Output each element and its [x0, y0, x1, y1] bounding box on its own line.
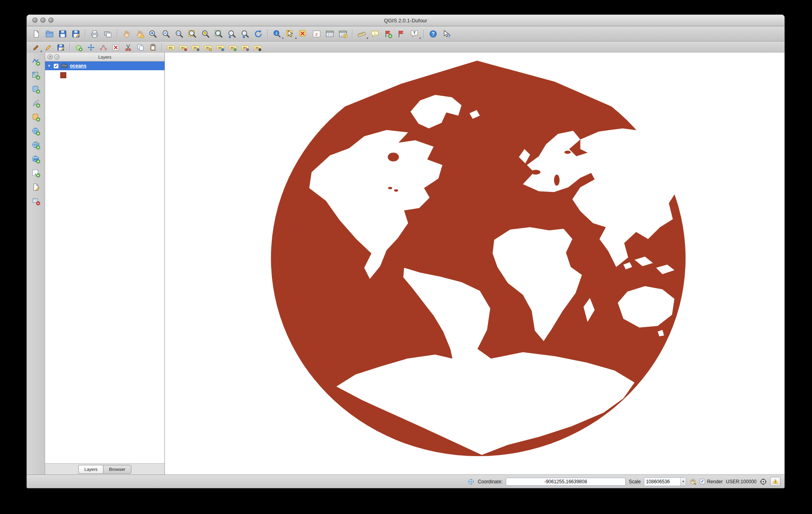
node-tool-button[interactable]	[98, 43, 109, 53]
scale-input[interactable]	[644, 478, 680, 486]
dropdown-arrow-icon[interactable]: ▾	[295, 37, 297, 40]
titlebar[interactable]: QGIS 2.0.1-Dufour	[27, 15, 784, 26]
zoom-to-selection-button[interactable]	[200, 28, 212, 40]
text-annotation-icon: T	[410, 30, 419, 38]
label-layer-button[interactable]: abc	[165, 43, 176, 53]
zoom-in-button[interactable]	[147, 28, 159, 40]
coordinate-input[interactable]	[506, 478, 626, 486]
render-checkbox[interactable]: ✓	[700, 479, 705, 484]
panel-close-button[interactable]: ×	[48, 54, 53, 59]
render-toggle[interactable]: ✓ Render	[700, 479, 723, 484]
whats-this-button[interactable]: ?	[440, 28, 452, 40]
zoom-out-button[interactable]	[160, 28, 172, 40]
zoom-window-button[interactable]	[48, 18, 53, 23]
add-vector-layer-button[interactable]	[30, 56, 42, 67]
message-log-button[interactable]	[770, 477, 780, 486]
save-project-button[interactable]	[57, 28, 69, 40]
new-shapefile-layer-button[interactable]	[30, 182, 42, 193]
pan-to-selection-button[interactable]	[134, 28, 146, 40]
svg-text:abc: abc	[243, 46, 247, 49]
add-spatialite-layer-button[interactable]	[30, 98, 42, 109]
show-bookmarks-button[interactable]	[395, 28, 407, 40]
add-wfs-layer-button[interactable]	[30, 154, 42, 165]
pan-map-button[interactable]	[121, 28, 133, 40]
current-edits-button[interactable]: ▾	[30, 43, 42, 53]
label-properties-button[interactable]: abc	[252, 43, 263, 53]
panel-detach-button[interactable]: ◦	[54, 54, 59, 59]
new-print-composer-button[interactable]	[89, 28, 101, 40]
map-tips-button[interactable]: i	[369, 28, 381, 40]
crs-status-label[interactable]: USER:100000	[726, 479, 757, 484]
label-highlight-pinned-button[interactable]: abc	[202, 43, 214, 53]
open-project-button[interactable]	[44, 28, 55, 40]
refresh-map-button[interactable]	[252, 28, 264, 40]
toggle-editing-button[interactable]	[43, 43, 54, 53]
disclosure-triangle-icon[interactable]: ▼	[47, 64, 51, 68]
move-feature-button[interactable]	[85, 43, 97, 53]
dropdown-arrow-icon[interactable]: ▾	[40, 50, 42, 53]
label-rotate-button[interactable]: abc	[240, 43, 251, 53]
select-features-button[interactable]: ▾	[284, 28, 296, 40]
dropdown-arrow-icon[interactable]: ▾	[282, 37, 283, 40]
label-show-hide-button[interactable]: abc	[215, 43, 226, 53]
identify-features-button[interactable]: i▾	[271, 28, 283, 40]
close-window-button[interactable]	[32, 18, 38, 23]
save-layer-edits-button[interactable]	[55, 43, 66, 53]
paste-features-icon	[149, 43, 157, 51]
field-calculator-button[interactable]: Σ	[337, 28, 349, 40]
tab-layers[interactable]: Layers	[78, 465, 103, 474]
add-delimited-text-layer-button[interactable]: ,	[30, 168, 42, 179]
add-wcs-layer-button[interactable]	[30, 140, 42, 151]
dropdown-arrow-icon[interactable]: ▾	[366, 37, 368, 40]
svg-text:i: i	[374, 31, 375, 35]
new-bookmark-button[interactable]	[382, 28, 394, 40]
add-mssql-layer-button[interactable]	[30, 112, 42, 123]
help-contents-button[interactable]: ?	[427, 28, 439, 40]
add-wms-layer-button[interactable]	[30, 126, 42, 137]
scale-dropdown-arrow-icon[interactable]: ▼	[680, 478, 686, 486]
composer-manager-button[interactable]	[102, 28, 114, 40]
zoom-native-button[interactable]: 1:1	[173, 28, 185, 40]
add-feature-button[interactable]	[73, 43, 84, 53]
deselect-features-button[interactable]	[297, 28, 309, 40]
zoom-next-button[interactable]	[239, 28, 251, 40]
remove-layer-button[interactable]	[30, 196, 42, 207]
add-raster-layer-button[interactable]	[30, 70, 42, 81]
cut-features-button[interactable]	[123, 43, 134, 53]
layer-visibility-checkbox[interactable]: ✓	[53, 63, 59, 69]
add-postgis-layer-button[interactable]	[30, 84, 42, 95]
layer-type-icon	[61, 63, 67, 69]
scale-combobox[interactable]: ▼	[644, 477, 686, 486]
label-pin-button[interactable]: abc	[190, 43, 201, 53]
text-annotation-button[interactable]: T▾	[408, 28, 420, 40]
zoom-last-button[interactable]	[226, 28, 238, 40]
select-features-icon	[286, 30, 295, 38]
stop-rendering-icon[interactable]	[689, 478, 697, 485]
zoom-to-layer-button[interactable]	[213, 28, 225, 40]
coordinate-capture-icon[interactable]	[467, 478, 475, 485]
desktop-background: QGIS 2.0.1-Dufour 1:1i▾▾εΣ▾iT▾?? ▾abcabc…	[0, 0, 812, 514]
measure-button[interactable]: ▾	[356, 28, 368, 40]
crs-status-icon[interactable]	[760, 478, 767, 485]
open-attribute-table-icon	[325, 30, 334, 38]
dropdown-arrow-icon[interactable]: ▾	[419, 37, 421, 40]
save-project-as-button[interactable]	[70, 28, 82, 40]
copy-features-button[interactable]	[135, 43, 146, 53]
layer-item-oceans[interactable]: ▼ ✓ oceans	[45, 61, 164, 70]
map-canvas[interactable]	[165, 53, 784, 474]
delete-selected-button[interactable]	[110, 43, 121, 53]
label-stop-button[interactable]: abc	[178, 43, 189, 53]
zoom-to-layer-icon	[214, 30, 223, 38]
label-move-button[interactable]: abc	[227, 43, 238, 53]
zoom-full-button[interactable]	[186, 28, 198, 40]
new-project-button[interactable]	[30, 28, 42, 40]
new-project-icon	[32, 30, 41, 38]
tab-browser[interactable]: Browser	[103, 465, 131, 474]
select-by-expression-button[interactable]: ε	[311, 28, 323, 40]
minimize-window-button[interactable]	[40, 18, 46, 23]
open-attribute-table-button[interactable]	[324, 28, 336, 40]
layer-symbology-swatch[interactable]	[60, 72, 66, 78]
render-label: Render	[707, 479, 723, 484]
paste-features-button[interactable]	[147, 43, 158, 53]
composer-manager-icon	[103, 30, 112, 38]
